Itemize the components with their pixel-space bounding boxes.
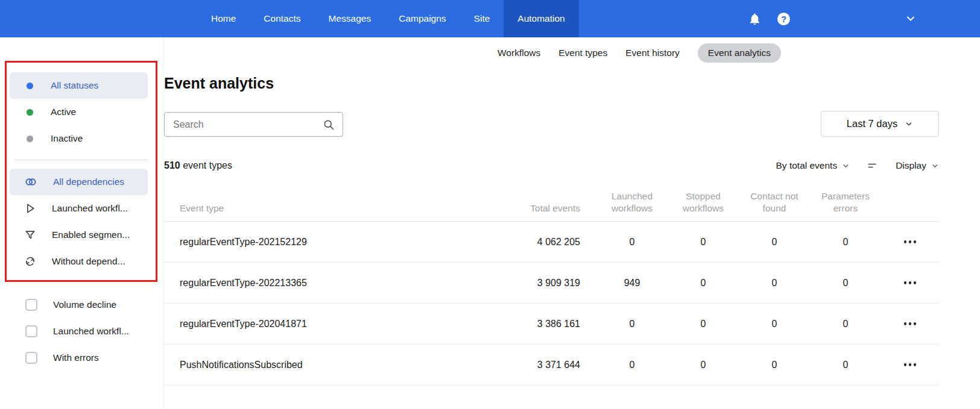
- ellipsis-dot-icon: [904, 281, 907, 284]
- column-header-launched-workflows: Launched workflows: [596, 190, 668, 214]
- ellipsis-dot-icon: [904, 240, 907, 243]
- table-row: regularEventType-202152129 4 062 205 0 0…: [164, 222, 939, 263]
- cell-event-type: regularEventType-202213365: [164, 278, 500, 289]
- topbar-icons: ?: [748, 0, 790, 37]
- filter-with-errors[interactable]: With errors: [10, 345, 148, 371]
- row-menu-button[interactable]: [899, 317, 922, 330]
- filter-launched-workflows[interactable]: Launched workfl...: [10, 318, 148, 345]
- search-input[interactable]: [165, 119, 323, 130]
- cell-parameters-errors: 0: [810, 237, 881, 248]
- row-menu-button[interactable]: [899, 276, 922, 289]
- column-header-parameters-errors: Parameters errors: [810, 190, 881, 214]
- sort-by-dropdown[interactable]: By total events: [776, 160, 850, 171]
- cell-launched-workflows: 949: [596, 278, 668, 289]
- display-dropdown[interactable]: Display: [896, 160, 939, 171]
- ellipsis-dot-icon: [909, 322, 912, 325]
- table-controls: By total events Display: [776, 160, 940, 172]
- cell-total-events: 3 386 161: [500, 319, 596, 329]
- table-row-partial: [164, 386, 939, 409]
- event-analytics-table: Event type Total events Launched workflo…: [164, 182, 939, 409]
- display-label: Display: [896, 160, 926, 171]
- chevron-down-icon: [905, 120, 913, 128]
- ellipsis-dot-icon: [909, 363, 912, 366]
- top-navigation-bar: Home Contacts Messages Campaigns Site Au…: [0, 0, 980, 37]
- status-filter-label: Active: [51, 107, 76, 117]
- status-filter-label: All statuses: [51, 80, 98, 91]
- table-row: regularEventType-202041871 3 386 161 0 0…: [164, 304, 939, 345]
- cell-parameters-errors: 0: [810, 278, 881, 289]
- status-filter-label: Inactive: [51, 133, 83, 144]
- cell-total-events: 4 062 205: [500, 237, 596, 248]
- checkbox[interactable]: [25, 299, 37, 311]
- nav-item-campaigns[interactable]: Campaigns: [385, 0, 460, 37]
- cell-stopped-workflows: 0: [668, 319, 739, 329]
- row-menu-button[interactable]: [899, 358, 922, 371]
- checkbox[interactable]: [25, 352, 37, 364]
- dependency-filter-all[interactable]: All dependencies: [10, 169, 148, 195]
- status-dot-green-icon: [27, 109, 33, 116]
- dependency-filter-label: Without depend...: [52, 256, 125, 267]
- status-filter-all[interactable]: All statuses: [10, 72, 148, 99]
- ellipsis-dot-icon: [909, 240, 912, 243]
- dependency-filter-enabled-segments[interactable]: Enabled segmen...: [10, 222, 148, 248]
- event-type-count: 510 event types: [164, 160, 232, 171]
- cell-launched-workflows: 0: [596, 319, 668, 329]
- table-meta-row: 510 event types By total events Display: [164, 158, 939, 173]
- ellipsis-dot-icon: [914, 240, 917, 243]
- cell-stopped-workflows: 0: [668, 278, 739, 289]
- cell-stopped-workflows: 0: [668, 237, 739, 248]
- cell-contact-not-found: 0: [739, 278, 810, 289]
- cell-total-events: 3 909 319: [500, 278, 596, 289]
- row-menu-button[interactable]: [899, 236, 922, 248]
- broken-loop-icon: [24, 255, 36, 267]
- nav-item-home[interactable]: Home: [197, 0, 250, 37]
- status-filter-inactive[interactable]: Inactive: [10, 125, 148, 152]
- cell-event-type: regularEventType-202041871: [164, 319, 500, 329]
- ellipsis-dot-icon: [904, 363, 907, 366]
- cell-total-events: 3 371 644: [500, 360, 596, 370]
- cell-contact-not-found: 0: [739, 237, 810, 248]
- filter-label: With errors: [53, 352, 99, 363]
- filter-label: Volume decline: [53, 299, 116, 310]
- link-icon: [24, 175, 37, 189]
- ellipsis-dot-icon: [914, 281, 917, 284]
- status-dot-gray-icon: [27, 136, 33, 142]
- nav-item-site[interactable]: Site: [460, 0, 504, 37]
- account-chevron-down-icon[interactable]: [905, 0, 917, 37]
- dependency-filter-without-dependencies[interactable]: Without depend...: [10, 248, 148, 275]
- table-row: PushNotificationsSubscribed 3 371 644 0 …: [164, 345, 939, 386]
- sidebar-divider: [14, 160, 148, 160]
- cell-launched-workflows: 0: [596, 237, 668, 248]
- date-range-dropdown[interactable]: Last 7 days: [821, 111, 939, 137]
- ellipsis-dot-icon: [909, 281, 912, 284]
- column-header-stopped-workflows: Stopped workflows: [668, 190, 739, 214]
- dependency-filter-launched-workflows[interactable]: Launched workfl...: [10, 195, 148, 222]
- status-filter-active[interactable]: Active: [10, 99, 148, 125]
- nav-item-automation[interactable]: Automation: [504, 0, 578, 37]
- ellipsis-dot-icon: [914, 322, 917, 325]
- chevron-down-icon: [931, 162, 939, 170]
- count-value: 510: [164, 160, 180, 170]
- dependency-filter-label: Launched workfl...: [52, 203, 128, 214]
- cell-stopped-workflows: 0: [668, 360, 739, 370]
- nav-item-messages[interactable]: Messages: [315, 0, 385, 37]
- sort-order-icon[interactable]: [867, 160, 879, 172]
- funnel-icon: [24, 229, 36, 241]
- checkbox[interactable]: [25, 325, 37, 337]
- sort-by-label: By total events: [776, 160, 838, 171]
- search-icon[interactable]: [323, 119, 335, 131]
- cell-parameters-errors: 0: [810, 319, 881, 329]
- nav-item-contacts[interactable]: Contacts: [250, 0, 314, 37]
- ellipsis-dot-icon: [904, 322, 907, 325]
- chevron-down-icon: [842, 162, 850, 170]
- column-header-contact-not-found: Contact not found: [739, 190, 810, 214]
- filters-sidebar: All statuses Active Inactive All depende…: [0, 37, 164, 409]
- play-icon: [24, 202, 36, 214]
- cell-event-type: PushNotificationsSubscribed: [164, 360, 500, 370]
- cell-contact-not-found: 0: [739, 360, 810, 370]
- table-header-row: Event type Total events Launched workflo…: [164, 182, 939, 222]
- filter-volume-decline[interactable]: Volume decline: [10, 292, 148, 318]
- notifications-bell-icon[interactable]: [748, 12, 762, 26]
- status-dot-blue-icon: [27, 83, 33, 89]
- help-icon[interactable]: ?: [777, 13, 790, 25]
